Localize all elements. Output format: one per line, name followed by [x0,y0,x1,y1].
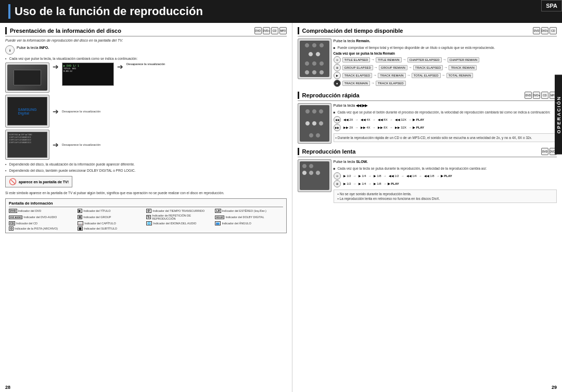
seq-item-track-remain2: TRACK REMAIN [378,73,405,78]
right-column: Comprobación del tiempo disponible DVD D… [292,23,562,392]
remain-pulse-label: Pulse la tecla [334,39,356,43]
seq-item-title-elapsed: TITLE ELAPSED [342,57,371,62]
note-2: • Dependiendo del disco, también puede s… [5,168,287,173]
panel-item-subtitulo: ▦ Indicador del SUBTÍTULO [78,226,145,231]
angulo-badge: 👥 [215,221,221,225]
lenta-device [298,159,331,192]
rapida-instr-text: Pulse la tecla ◀◀ ▶▶ [334,103,557,108]
bw-2x: ◀◀ 2X [342,117,354,122]
panel-item-repeat: ↻ Indicador de REPETICIÓN DE REPRODUCCIÓ… [146,214,214,220]
rapida-icon-cd: CD [541,92,548,99]
arrow-2: ➔ [116,62,124,71]
time-seq-1: TITLE ELAPSED → TITLE REMAIN → CHAPTER E… [342,57,480,62]
seq-circle-3: ▶ [334,72,341,79]
seq-item-ch-elapsed: CHAPTER ELAPSED [407,57,442,62]
remain-key-label: Remain. [356,39,370,43]
l2-h8: ▶ 1/8 [373,181,382,186]
backward-speed-row: ◀◀ 2X → ◀◀ 4X → ◀◀ 8X → ◀◀ 32X → ▶ PLAY [342,117,425,122]
bw-8x: ◀◀ 8X [377,117,389,122]
panel-item-cd: CD Indicador del CD [9,221,76,225]
bw-play: ▶ PLAY [413,118,424,121]
seq-item-ch-remain: CHAPTER REMAIN [448,57,480,62]
lr-badge: LR [215,209,221,213]
note-1: • Dependiendo del disco, la visualizació… [5,162,287,167]
pista-badge: ⊙ [9,226,14,231]
desaparece-label-1: Desaparece la visualización [126,62,165,66]
icon-mp3: MP3 [279,27,287,34]
dvd-badge: DVD [9,209,17,213]
lr-label: Indicador del ESTÉREO (Izq./Der.) [222,209,266,212]
rapida-device-inner [300,105,329,142]
lenta-instr-text: Pulse la tecla SLOW. [334,159,557,165]
panel-item-chapter: 📖 Indicador del CAPÍTULO [78,221,145,225]
panel-item-lr: LR Indicador del ESTÉREO (Izq./Der.) [215,209,283,213]
group-badge: ⊞ [78,215,82,219]
panel-item-idioma: 🌐 Indicador del IDIOMA DEL AUDIO [146,221,214,225]
page-number-right: 29 [552,385,557,390]
l-h4: ▶ 1/4 [357,173,367,178]
seq-item-track-remain: TRACK REMAIN [449,65,476,70]
chapter-badge: 📖 [78,221,83,225]
remain-text: Pulse la tecla Remain. [334,39,557,44]
l-b4: ◀◀ 1/4 [405,173,418,178]
info-detail: • Cada vez que pulse la tecla, la visual… [5,56,287,61]
dvd-audio-badge: DVD AUDIO [9,216,22,219]
time-seq-3: TRACK ELAPSED → TRACK REMAIN → TOTAL ELA… [342,73,474,78]
comp-seq-area: Pulse la tecla Remain. ■ Puede comprobar… [334,39,557,87]
info-text: Pulse la tecla INFO. [17,45,287,50]
rapida-seq-forward: ▶▶ ▶▶ 2X → ▶▶ 4X → ▶▶ 8X → ▶▶ 32X → ▶ PL… [334,124,557,131]
seq-item-group-remain: GROUP REMAIN [379,65,407,70]
page-header: Uso de la función de reproducción [0,0,562,23]
info-key-label: INFO. [40,46,49,49]
seq-row-4: ■ TRACK REMAIN → TRACK ELAPSED [334,80,557,87]
comprobacion-header: Comprobación del tiempo disponible DVD D… [298,27,557,36]
comp-icons: DVD DVD+ CD [533,27,557,34]
spa-badge: SPA [541,0,562,11]
subtitulo-label: Indicador del SUBTÍTULO [84,227,117,230]
dvd-audio-label: Indicador del DVD-AUDIO [23,216,57,219]
device-diagram-2: SAMSUNGDigital [5,95,49,128]
seq-circle-1: ⊙ [334,56,341,64]
chapter-label: Indicador del CAPÍTULO [84,222,116,225]
cd-badge: CD [9,221,15,225]
rapida-key: ◀◀ ▶▶ [356,104,367,107]
comprobacion-section: Comprobación del tiempo disponible DVD D… [298,27,557,87]
seq-item-track-remain3: TRACK REMAIN [342,81,370,86]
page-title: Uso de la función de reproducción [15,5,203,18]
lenta-note: ■ Cada vez que la tecla se pulsa durante… [334,166,557,171]
info-icon: ℹ [5,45,15,55]
rapida-header: Reproducción rápida DVD DVD+ CD MP3 [298,92,557,101]
time-seq-4: TRACK REMAIN → TRACK ELAPSED [342,81,406,86]
lenta-device-inner [300,161,329,190]
comp-icon-dvd2: DVD+ [541,27,548,34]
rapida-title: Reproducción rápida [302,92,360,98]
l-play2: ▶ PLAY [388,182,399,185]
lenta-footnotes: • No se oye sonido durante la reproducci… [334,189,557,203]
panel-item-dolby: DOLBY Indicador del DOLBY DIGITAL [215,214,283,220]
icon-cd: CD [271,27,278,34]
panel-item-dvd-audio: DVD AUDIO Indicador del DVD-AUDIO [9,214,76,220]
comp-icon-cd: CD [550,27,557,34]
seq-row-3: ▶ TRACK ELAPSED → TRACK REMAIN → TOTAL E… [334,72,557,79]
dvd-label: Indicador del DVD [18,209,42,212]
fw-4x: ▶▶ 4X [360,125,372,130]
info-instruction: ℹ Pulse la tecla INFO. [5,45,287,55]
panel-item-dvd: DVD Indicador del DVD [9,209,76,213]
lenta-fn1: • No se oye sonido durante la reproducci… [336,192,555,196]
diagram-row-2: SAMSUNGDigital ➔ Desaparece la visualiza… [5,95,287,128]
lenta-seq-1: ⊙ ▶ 1/2 → ▶ 1/4 → ▶ 1/8 → ◀◀ 1/2 → ◀◀ 1/… [334,172,557,180]
cd-label: Indicador del CD [16,222,37,225]
presentacion-subtitle: Puede ver la información de reproducción… [5,39,287,42]
bw-32x: ◀◀ 32X [394,117,407,122]
comp-bar [298,27,299,34]
rapida-instruction: Pulse la tecla ◀◀ ▶▶ [334,103,557,108]
l-play1: ▶ PLAY [441,174,452,178]
lenta-diagram: Pulse la tecla SLOW. ■ Cada vez que la t… [298,159,557,203]
lenta-circle-2: ⊞ [334,180,341,187]
seq-row-2: ⊞ GROUP ELAPSED → GROUP REMAIN → TRACK E… [334,64,557,71]
lenta-seq-2: ⊞ ▶ 1/2 → ▶ 1/4 → ▶ 1/8 → ▶ PLAY [334,180,557,187]
lenta-content: Pulse la tecla SLOW. ■ Cada vez que la t… [334,159,557,203]
comp-device [298,39,331,79]
lenta-speed-row-2: ▶ 1/2 → ▶ 1/4 → ▶ 1/8 → ▶ PLAY [342,181,399,186]
arrow-1: ➔ [52,62,60,71]
